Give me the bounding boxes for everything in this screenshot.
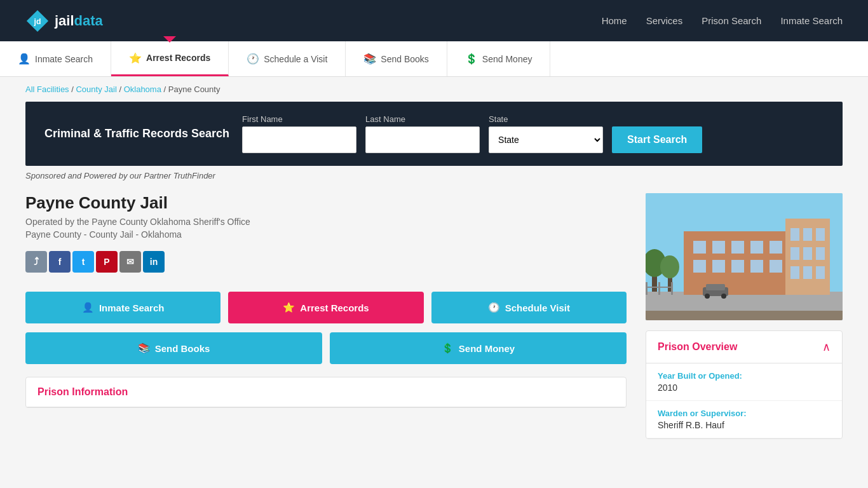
action-inmate-search-button[interactable]: 👤 Inmate Search	[25, 292, 220, 323]
svg-point-32	[705, 294, 710, 299]
first-name-input[interactable]	[242, 126, 356, 153]
svg-rect-15	[770, 260, 782, 273]
breadcrumb-all-facilities[interactable]: All Facilities	[25, 85, 69, 94]
breadcrumb-county-jail[interactable]: County Jail	[76, 85, 116, 94]
send-books-icon: 📚	[363, 53, 376, 65]
svg-rect-12	[712, 260, 725, 273]
logo-icon: jd	[25, 9, 50, 33]
action-buttons-row2: 📚 Send Books 💲 Send Money	[25, 332, 627, 364]
right-column: Prison Overview ∧ Year Built or Opened: …	[646, 193, 843, 439]
action-send-books-button[interactable]: 📚 Send Books	[25, 332, 322, 364]
send-money-icon: 💲	[465, 53, 478, 65]
last-name-field-group: Last Name	[365, 114, 480, 153]
share-icon[interactable]: ⤴	[25, 251, 47, 273]
nav-prison-search[interactable]: Prison Search	[702, 15, 761, 26]
logo-text: jaildata	[55, 13, 103, 29]
svg-rect-23	[790, 266, 799, 279]
svg-rect-20	[790, 247, 799, 260]
svg-rect-21	[803, 247, 812, 260]
state-field-group: State State AlabamaAlaskaArizonaArkansas…	[489, 114, 603, 153]
linkedin-icon[interactable]: in	[143, 251, 165, 273]
svg-rect-17	[790, 228, 799, 241]
svg-point-29	[660, 255, 679, 278]
action-arrest-records-icon: ⭐	[283, 302, 295, 313]
action-inmate-search-icon: 👤	[82, 302, 94, 313]
arrest-records-icon: ⭐	[129, 52, 142, 64]
svg-rect-6	[693, 241, 706, 254]
schedule-visit-icon: 🕐	[247, 53, 259, 65]
state-select[interactable]: State AlabamaAlaskaArizonaArkansas Calif…	[489, 126, 603, 153]
year-label: Year Built or Opened:	[658, 371, 831, 381]
chevron-up-icon: ∧	[822, 340, 831, 354]
jail-meta: Payne County - County Jail - Oklahoma	[25, 229, 627, 240]
svg-rect-35	[658, 282, 660, 295]
action-send-books-icon: 📚	[138, 342, 150, 354]
pinterest-icon[interactable]: P	[96, 251, 118, 273]
warden-label: Warden or Supervisor:	[658, 409, 831, 418]
svg-rect-25	[816, 266, 825, 279]
year-value: 2010	[658, 383, 831, 393]
overview-row-warden: Warden or Supervisor: Sheriff R.B. Hauf	[646, 401, 842, 438]
svg-rect-18	[803, 228, 812, 241]
svg-rect-31	[706, 284, 725, 290]
prison-overview-title: Prison Overview	[658, 341, 737, 353]
action-buttons-row1: 👤 Inmate Search ⭐ Arrest Records 🕐 Sched…	[25, 292, 627, 323]
prison-overview-card: Prison Overview ∧ Year Built or Opened: …	[646, 330, 843, 439]
svg-rect-14	[750, 260, 763, 273]
social-icons: ⤴ f t P ✉ in	[25, 251, 627, 273]
sec-nav-send-money[interactable]: 💲 Send Money	[447, 41, 551, 76]
overview-row-year: Year Built or Opened: 2010	[646, 363, 842, 401]
secondary-navigation: 👤 Inmate Search ⭐ Arrest Records 🕐 Sched…	[0, 41, 868, 77]
svg-rect-13	[731, 260, 744, 273]
svg-rect-8	[731, 241, 744, 254]
prison-overview-header[interactable]: Prison Overview ∧	[646, 331, 842, 363]
svg-rect-34	[646, 282, 648, 295]
search-banner-title: Criminal & Traffic Records Search	[44, 126, 229, 141]
action-arrest-records-button[interactable]: ⭐ Arrest Records	[228, 292, 423, 323]
sec-nav-arrest-records[interactable]: ⭐ Arrest Records	[111, 41, 229, 76]
action-send-money-button[interactable]: 💲 Send Money	[330, 332, 627, 364]
svg-rect-9	[750, 241, 763, 254]
svg-point-33	[721, 294, 726, 299]
svg-rect-11	[693, 260, 706, 273]
action-send-money-icon: 💲	[442, 342, 454, 354]
svg-text:jd: jd	[34, 17, 41, 25]
last-name-input[interactable]	[365, 126, 480, 153]
left-column: Payne County Jail Operated by the Payne …	[25, 193, 627, 439]
search-fields: First Name Last Name State State Alabama…	[242, 114, 824, 153]
first-name-label: First Name	[242, 114, 356, 124]
breadcrumb: All Facilities / County Jail / Oklahoma …	[0, 77, 868, 102]
jail-image	[646, 193, 843, 320]
search-banner: Criminal & Traffic Records Search First …	[25, 102, 843, 166]
svg-rect-22	[816, 247, 825, 260]
svg-rect-24	[803, 266, 812, 279]
jail-title: Payne County Jail	[25, 193, 627, 213]
sec-nav-inmate-search[interactable]: 👤 Inmate Search	[0, 41, 111, 76]
svg-rect-19	[816, 228, 825, 241]
warden-value: Sheriff R.B. Hauf	[658, 420, 831, 430]
top-navigation: jd jaildata Home Services Prison Search …	[0, 0, 868, 41]
email-icon[interactable]: ✉	[119, 251, 141, 273]
last-name-label: Last Name	[365, 114, 480, 124]
main-content: Payne County Jail Operated by the Payne …	[0, 180, 868, 452]
nav-links: Home Services Prison Search Inmate Searc…	[602, 15, 843, 26]
nav-home[interactable]: Home	[602, 15, 627, 26]
sec-nav-schedule-visit[interactable]: 🕐 Schedule a Visit	[229, 41, 346, 76]
jail-subtitle: Operated by the Payne County Oklahoma Sh…	[25, 217, 627, 227]
action-schedule-visit-button[interactable]: 🕐 Schedule Visit	[431, 292, 627, 323]
facebook-icon[interactable]: f	[49, 251, 71, 273]
twitter-icon[interactable]: t	[72, 251, 94, 273]
action-schedule-visit-icon: 🕐	[488, 302, 500, 313]
sec-nav-send-books[interactable]: 📚 Send Books	[346, 41, 447, 76]
jail-image-container	[646, 193, 843, 320]
breadcrumb-oklahoma[interactable]: Oklahoma	[124, 85, 161, 94]
first-name-field-group: First Name	[242, 114, 356, 153]
nav-services[interactable]: Services	[646, 15, 683, 26]
svg-rect-10	[770, 241, 782, 254]
logo[interactable]: jd jaildata	[25, 9, 103, 33]
sponsored-text: Sponsored and Powered by our Partner Tru…	[25, 171, 843, 180]
nav-inmate-search[interactable]: Inmate Search	[780, 15, 843, 26]
start-search-button[interactable]: Start Search	[612, 126, 702, 153]
prison-info-header[interactable]: Prison Information	[26, 377, 626, 407]
prison-info-card: Prison Information	[25, 377, 627, 408]
